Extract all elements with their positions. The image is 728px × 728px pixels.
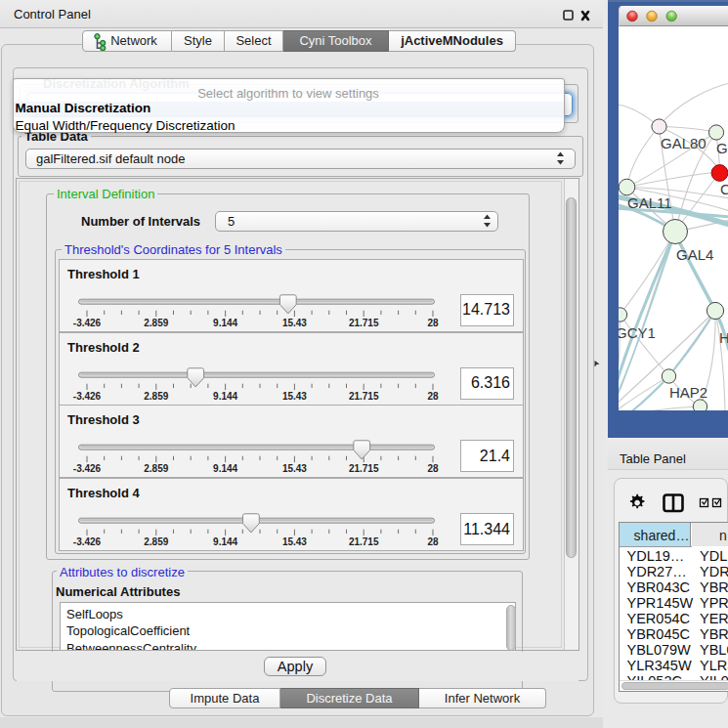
svg-text:GCY1: GCY1 (619, 324, 656, 341)
svg-text:G.: G. (716, 140, 728, 156)
svg-text:HAP2: HAP2 (669, 384, 707, 401)
svg-text:GAL4: GAL4 (676, 246, 713, 263)
svg-text:GAL11: GAL11 (627, 194, 672, 211)
svg-text:H: H (719, 329, 728, 346)
svg-text:C: C (720, 181, 728, 197)
svg-text:GAL80: GAL80 (661, 135, 707, 151)
